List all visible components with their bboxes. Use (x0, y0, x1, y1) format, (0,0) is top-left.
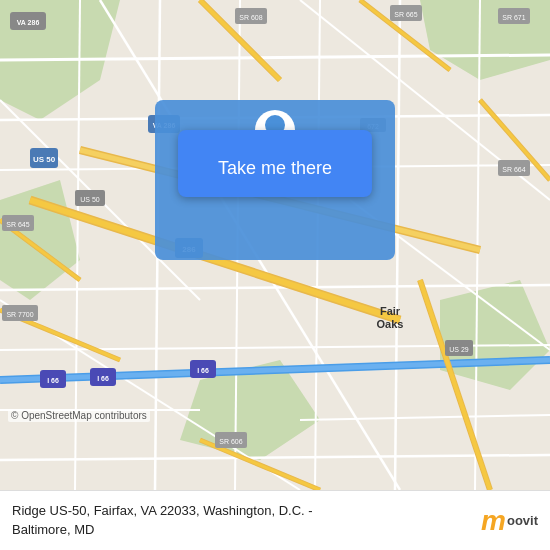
svg-text:SR 645: SR 645 (6, 221, 29, 228)
moovit-wordmark: oovit (507, 513, 538, 528)
moovit-logo: m oovit (481, 505, 538, 537)
svg-text:SR 608: SR 608 (239, 14, 262, 21)
svg-text:SR 671: SR 671 (502, 14, 525, 21)
svg-text:SR 665: SR 665 (394, 11, 417, 18)
svg-text:US 50: US 50 (80, 196, 100, 203)
svg-text:US 29: US 29 (449, 346, 469, 353)
map-view: 286 US 50 VA 286 I 66 I 66 I 66 VA 286 S… (0, 0, 550, 490)
copyright-notice: © OpenStreetMap contributors (8, 409, 150, 422)
svg-text:I 66: I 66 (97, 375, 109, 382)
svg-text:SR 606: SR 606 (219, 438, 242, 445)
svg-text:SR 664: SR 664 (502, 166, 525, 173)
svg-text:SR 7700: SR 7700 (6, 311, 33, 318)
bottom-bar: Ridge US-50, Fairfax, VA 22033, Washingt… (0, 490, 550, 550)
svg-text:I 66: I 66 (197, 367, 209, 374)
svg-text:Fair: Fair (380, 305, 401, 317)
address-line1: Ridge US-50, Fairfax, VA 22033, Washingt… (12, 503, 313, 518)
take-me-there-button[interactable]: Take me there (178, 130, 372, 197)
svg-text:Oaks: Oaks (377, 318, 404, 330)
address-line2: Baltimore, MD (12, 522, 94, 537)
svg-text:US 50: US 50 (33, 155, 56, 164)
svg-text:VA 286: VA 286 (17, 19, 40, 26)
button-overlay: Take me there (178, 130, 372, 197)
moovit-m-letter: m (481, 505, 505, 537)
address-display: Ridge US-50, Fairfax, VA 22033, Washingt… (12, 502, 481, 538)
svg-text:I 66: I 66 (47, 377, 59, 384)
